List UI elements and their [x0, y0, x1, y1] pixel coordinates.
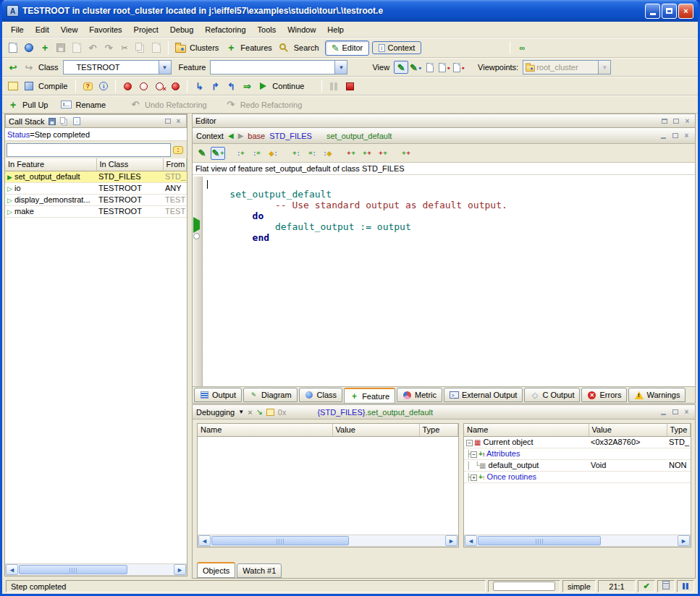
menu-favorites[interactable]: Favorites: [83, 23, 127, 36]
view-contract-button[interactable]: ●: [437, 61, 452, 74]
scroll-left-arrow[interactable]: ◄: [6, 564, 18, 575]
breakpoint-slot-icon[interactable]: [193, 233, 200, 239]
view-interface-button[interactable]: ●: [452, 61, 466, 74]
step-out-button[interactable]: ↰: [223, 79, 239, 93]
search-button[interactable]: [277, 41, 292, 55]
viewpoints-combobox[interactable]: root_cluster ▼: [523, 60, 611, 74]
enable-breakpoints-button[interactable]: [119, 79, 135, 93]
callees-button[interactable]: +:: [289, 147, 303, 160]
call-stack-row[interactable]: ▶ set_output_default STD_FILES STD_: [5, 171, 187, 182]
compile-button[interactable]: [21, 79, 37, 93]
descendants-button[interactable]: ++: [360, 147, 374, 160]
creators-button[interactable]: ◆:: [266, 147, 280, 160]
edit-feature-button[interactable]: ✎: [195, 147, 209, 160]
editor-float-button[interactable]: [659, 116, 669, 126]
class-combobox-arrow[interactable]: ▼: [159, 61, 171, 74]
call-stack-row[interactable]: ▷ display_demonstrat... TESTROOT TEST: [5, 194, 187, 205]
object-row[interactable]: ├++! Once routines: [464, 471, 691, 482]
step-over-button[interactable]: ↱: [207, 79, 223, 93]
project-settings-button[interactable]: [5, 79, 21, 93]
menu-edit[interactable]: Edit: [30, 23, 55, 36]
debugging-close-watch-icon[interactable]: ×: [248, 408, 252, 417]
objects-column-value[interactable]: Value: [589, 424, 667, 436]
implementers-button[interactable]: ++: [399, 147, 413, 160]
stop-button[interactable]: [342, 79, 358, 93]
debugging-close-button[interactable]: ×: [682, 407, 691, 417]
search-label[interactable]: Search: [292, 43, 324, 52]
menu-tools[interactable]: Tools: [252, 23, 282, 36]
continue-button[interactable]: [255, 79, 271, 93]
homonyms-button[interactable]: ++: [376, 147, 390, 160]
objects-hscrollbar[interactable]: ◄ ►: [464, 535, 691, 547]
redo-refactoring-button[interactable]: ↷: [223, 98, 239, 112]
ancestors-button[interactable]: ++: [344, 147, 358, 160]
tab-class[interactable]: Class: [299, 388, 343, 402]
object-row[interactable]: −▦ Current object <0x32A8760> STD_: [464, 436, 691, 448]
call-stack-hscrollbar[interactable]: ◄ ►: [5, 563, 187, 576]
view-modified-button[interactable]: ✎●: [408, 61, 423, 74]
context-close-button[interactable]: ×: [682, 131, 691, 140]
context-back-button[interactable]: ◀: [228, 132, 234, 140]
new-feature-view-button[interactable]: ✎+: [211, 147, 225, 160]
note-icon[interactable]: [266, 409, 274, 416]
undo-button[interactable]: ↶: [85, 41, 101, 55]
view-editor-button[interactable]: ✎: [394, 61, 408, 74]
context-forward-button[interactable]: ▶: [238, 132, 244, 140]
breadcrumb-class[interactable]: STD_FILES: [269, 132, 312, 140]
close-button[interactable]: ×: [678, 4, 693, 19]
menu-refactoring[interactable]: Refactoring: [199, 23, 251, 36]
column-in-feature[interactable]: In Feature: [5, 158, 96, 171]
menu-help[interactable]: Help: [321, 23, 350, 36]
context-maximize-button[interactable]: [670, 131, 680, 140]
disable-breakpoints-button[interactable]: [135, 79, 151, 93]
object-row[interactable]: │ └▦ default_output Void NON: [464, 459, 691, 471]
attach-arrow-icon[interactable]: ↘: [256, 407, 263, 417]
tab-watch-1[interactable]: Watch #1: [237, 563, 282, 578]
hex-format-button[interactable]: 0x: [278, 408, 287, 417]
redo-button[interactable]: ↷: [101, 41, 117, 55]
call-stack-save-button[interactable]: [48, 116, 57, 126]
scroll-right-arrow[interactable]: ►: [445, 535, 457, 546]
scroll-thumb[interactable]: [19, 565, 127, 574]
class-combobox[interactable]: TESTROOT ▼: [63, 60, 172, 74]
watch-column-name[interactable]: Name: [198, 424, 332, 436]
context-toggle-button[interactable]: ⁞ Context: [372, 41, 421, 54]
clusters-label[interactable]: Clusters: [188, 43, 223, 52]
scroll-thumb[interactable]: [211, 536, 349, 545]
features-label[interactable]: Features: [239, 43, 276, 52]
scroll-thumb[interactable]: [478, 536, 601, 545]
breadcrumb-feature[interactable]: set_output_default: [326, 132, 392, 140]
history-back-button[interactable]: ↩: [5, 60, 21, 74]
features-button[interactable]: +: [223, 41, 239, 55]
open-project-button[interactable]: [21, 41, 37, 55]
rename-button[interactable]: I...: [58, 98, 74, 112]
context-minimize-button[interactable]: [659, 131, 668, 140]
assignees-button[interactable]: =:: [305, 147, 319, 160]
editor-toggle-button[interactable]: ✎ Editor: [325, 41, 370, 56]
system-info-button[interactable]: i: [96, 79, 111, 93]
expand-icon[interactable]: +: [471, 474, 477, 481]
redo-refactoring-label[interactable]: Redo Refactoring: [239, 101, 307, 109]
editor-maximize-button[interactable]: [671, 116, 680, 126]
new-button[interactable]: [5, 41, 21, 55]
menu-debug[interactable]: Debug: [164, 23, 199, 36]
view-flat-button[interactable]: [423, 61, 437, 74]
breadcrumb-base[interactable]: base: [248, 132, 265, 140]
call-stack-copy-button[interactable]: [60, 116, 69, 126]
save-all-button[interactable]: [69, 41, 85, 55]
scroll-right-arrow[interactable]: ►: [174, 564, 186, 575]
history-forward-button[interactable]: ↪: [21, 60, 37, 74]
stack-depth-button[interactable]: :: [171, 142, 185, 157]
tab-output[interactable]: Output: [194, 388, 242, 402]
call-stack-import-button[interactable]: ↓: [72, 116, 82, 126]
scroll-left-arrow[interactable]: ◄: [465, 535, 477, 546]
paste-button[interactable]: [148, 41, 164, 55]
column-in-class[interactable]: In Class: [96, 158, 163, 171]
watch-hscrollbar[interactable]: ◄ ►: [198, 535, 458, 547]
objects-column-name[interactable]: Name: [464, 424, 589, 436]
debugging-minimize-button[interactable]: [659, 407, 668, 417]
scroll-left-arrow[interactable]: ◄: [198, 535, 211, 546]
maximize-button[interactable]: [662, 4, 677, 19]
save-button[interactable]: [53, 41, 69, 55]
continue-label[interactable]: Continue: [271, 82, 308, 90]
